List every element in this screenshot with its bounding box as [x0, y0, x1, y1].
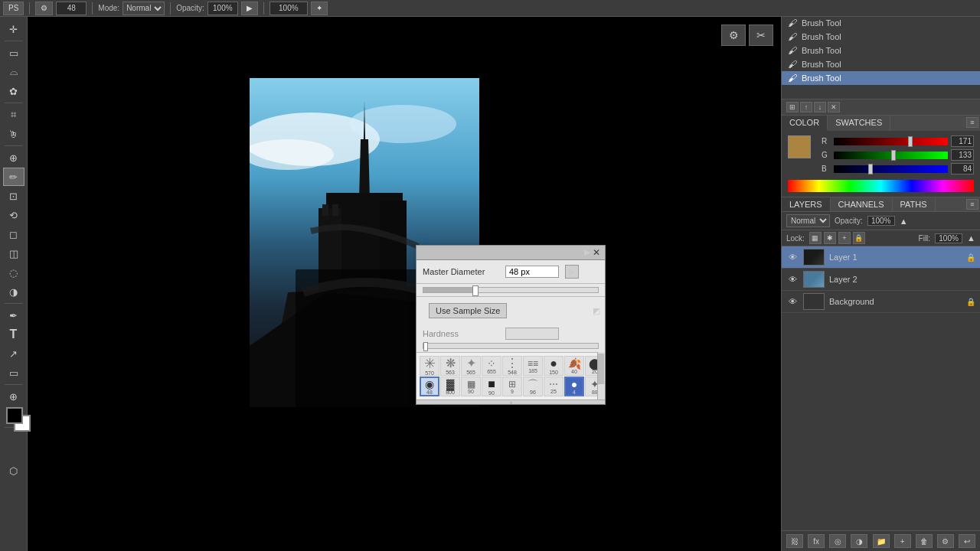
- hardness-thumb[interactable]: [423, 342, 428, 351]
- fg-bg-colors[interactable]: [6, 407, 34, 435]
- color-panel-menu[interactable]: ≡: [966, 117, 978, 128]
- layer-style-btn[interactable]: fx: [808, 534, 825, 548]
- brush-185[interactable]: ≡≡ 185: [523, 356, 543, 376]
- history-item-1[interactable]: 🖌 Brush Tool: [782, 30, 980, 44]
- layer-item-1[interactable]: 👁 Layer 2: [782, 269, 980, 291]
- stamp-tool-btn[interactable]: ⊡: [3, 187, 24, 205]
- layer-eye-2[interactable]: 👁: [786, 295, 799, 308]
- lock-pixels-btn[interactable]: ▦: [809, 232, 822, 244]
- shape-tool-btn[interactable]: ▭: [3, 364, 24, 382]
- panel-icon-4[interactable]: ✕: [828, 102, 840, 112]
- layers-btn-8[interactable]: ⚙: [937, 534, 954, 548]
- foreground-color-swatch[interactable]: [6, 407, 23, 424]
- zoom-tool-btn[interactable]: ⊕: [3, 387, 24, 406]
- history-item-0[interactable]: 🖌 Brush Tool: [782, 16, 980, 30]
- diameter-arrow-btn[interactable]: ▶: [565, 265, 579, 279]
- brush-25[interactable]: ⋯ 25: [544, 377, 564, 396]
- quick-select-btn[interactable]: ✿: [3, 82, 24, 100]
- history-item-4[interactable]: 🖌 Brush Tool: [782, 71, 980, 85]
- dodge-tool-btn[interactable]: ◑: [3, 282, 24, 301]
- brush-565[interactable]: ✦ 565: [461, 356, 481, 376]
- lasso-tool-btn[interactable]: ⌓: [3, 63, 24, 81]
- gradient-tool-btn[interactable]: ◫: [3, 244, 24, 262]
- hardness-slider-track[interactable]: [423, 343, 599, 349]
- tab-channels[interactable]: CHANNELS: [831, 197, 893, 211]
- brush-grid-scrollbar-thumb[interactable]: [598, 354, 604, 384]
- pen-tool-btn[interactable]: ✒: [3, 306, 24, 324]
- brush-picker-close[interactable]: ✕: [593, 247, 600, 258]
- brush-563[interactable]: ❋ 563: [440, 356, 460, 376]
- delete-layer-btn[interactable]: 🗑: [916, 534, 933, 548]
- brush-size-input[interactable]: [56, 2, 87, 15]
- history-item-2[interactable]: 🖌 Brush Tool: [782, 44, 980, 57]
- path-select-btn[interactable]: ↗: [3, 344, 24, 363]
- hardness-value-box[interactable]: [505, 328, 559, 340]
- opacity-input[interactable]: [207, 2, 238, 15]
- color-spectrum[interactable]: [788, 180, 974, 192]
- red-thumb[interactable]: [908, 136, 913, 147]
- blur-tool-btn[interactable]: ◌: [3, 263, 24, 282]
- brush-9[interactable]: ⊞ 9: [502, 377, 522, 396]
- brush-800[interactable]: ▓ 800: [440, 377, 460, 396]
- brush-picker-resize-handle[interactable]: ⬦: [416, 399, 605, 404]
- brush-grid-scrollbar[interactable]: [597, 352, 605, 399]
- brush-tool-btn[interactable]: ✏: [3, 168, 24, 186]
- layer-eye-1[interactable]: 👁: [786, 273, 799, 285]
- flow-input[interactable]: [270, 2, 308, 15]
- layer-eye-0[interactable]: 👁: [786, 251, 799, 263]
- quick-mask-btn[interactable]: ⬡: [3, 461, 24, 480]
- use-sample-size-btn[interactable]: Use Sample Size: [429, 303, 507, 318]
- layer-item-0[interactable]: 👁 Layer 1 🔒: [782, 246, 980, 269]
- bp-size-thumb[interactable]: [472, 285, 479, 296]
- opacity-arrow[interactable]: ▲: [900, 217, 908, 226]
- brush-4-selected[interactable]: ● 4: [564, 377, 584, 396]
- color-tab-color[interactable]: COLOR: [782, 116, 828, 131]
- tab-layers[interactable]: LAYERS: [782, 197, 831, 211]
- new-layer-btn[interactable]: +: [894, 534, 911, 548]
- fill-arrow[interactable]: ▲: [967, 233, 975, 243]
- green-value[interactable]: [951, 149, 974, 161]
- lock-all-btn[interactable]: +: [838, 232, 851, 244]
- brush-90-solid[interactable]: ■ 90: [482, 377, 501, 396]
- link-layers-btn[interactable]: ⛓: [786, 534, 803, 548]
- blend-mode-layer-select[interactable]: Normal: [786, 214, 830, 227]
- color-tab-swatches[interactable]: SWATCHES: [828, 116, 890, 131]
- lock-position-btn[interactable]: ✱: [824, 232, 836, 244]
- green-slider[interactable]: [834, 152, 948, 159]
- text-tool-btn[interactable]: T: [3, 325, 24, 344]
- diameter-input[interactable]: [505, 266, 559, 278]
- eyedropper-tool-btn[interactable]: 🖰: [3, 125, 24, 143]
- history-item-3[interactable]: 🖌 Brush Tool: [782, 57, 980, 71]
- toolbar-brush-options-btn[interactable]: ⚙: [35, 2, 53, 15]
- layers-btn-9[interactable]: ↩: [959, 534, 975, 548]
- blue-thumb[interactable]: [868, 164, 873, 174]
- tab-paths[interactable]: PATHS: [893, 197, 936, 211]
- eraser-tool-btn[interactable]: ◻: [3, 225, 24, 243]
- brush-96[interactable]: ⌒ 96: [523, 377, 543, 396]
- green-thumb[interactable]: [891, 150, 896, 161]
- fill-input[interactable]: [935, 233, 962, 243]
- opacity-arrow-btn[interactable]: ▶: [241, 2, 258, 15]
- opacity-layer-input[interactable]: [867, 216, 895, 226]
- brush-548[interactable]: ⋮ 548: [502, 356, 522, 376]
- panel-icon-1[interactable]: ⊞: [786, 102, 799, 112]
- brush-150[interactable]: ● 150: [544, 356, 564, 376]
- crop-tool-btn[interactable]: ⌗: [3, 106, 24, 124]
- airbrush-btn[interactable]: ✦: [311, 2, 328, 15]
- blue-value[interactable]: [951, 163, 974, 174]
- brush-40[interactable]: 🍂 40: [564, 356, 584, 376]
- brush-picker-expand[interactable]: ▶: [584, 247, 590, 258]
- brush-570[interactable]: ✳ 570: [420, 356, 439, 376]
- move-tool-btn[interactable]: ✛: [3, 20, 24, 38]
- blue-slider[interactable]: [834, 165, 948, 173]
- color-preview[interactable]: [788, 135, 811, 158]
- toolbar-logo-btn[interactable]: PS: [3, 2, 24, 15]
- panel-icon-3[interactable]: ↓: [814, 102, 826, 112]
- lock-artboard-btn[interactable]: 🔒: [853, 232, 865, 244]
- brush-655[interactable]: ⁘ 655: [482, 356, 501, 376]
- adjustment-layer-btn[interactable]: ◑: [851, 534, 867, 548]
- marquee-tool-btn[interactable]: ▭: [3, 44, 24, 62]
- brush-48-selected[interactable]: ◉ 48: [420, 377, 439, 396]
- panel-icon-2[interactable]: ↑: [800, 102, 812, 112]
- bp-size-track[interactable]: [423, 287, 599, 293]
